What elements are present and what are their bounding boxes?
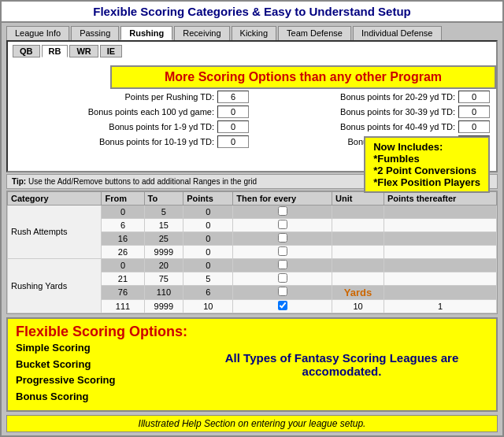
label-100yd: Bonus points each 100 yd game:	[14, 107, 214, 117]
input-100yd[interactable]	[217, 106, 249, 118]
pos-tab-qb[interactable]: QB	[13, 45, 40, 57]
then-6[interactable]	[233, 285, 332, 299]
category-rush-attempts: Rush Attempts	[8, 205, 102, 258]
tab-receiving[interactable]: Receiving	[174, 26, 229, 40]
pts-1: 0	[183, 218, 233, 231]
includes-item-0: *Fumbles	[373, 153, 480, 165]
to-1: 15	[144, 218, 183, 231]
input-30-39yd[interactable]	[458, 106, 490, 118]
form-row-2: Bonus points for 1-9 yd TD:	[14, 120, 249, 133]
promo-right: All Types of Fantasy Scoring Leagues are…	[195, 351, 488, 378]
thereafter-0	[384, 205, 496, 218]
form-row-0: Points per Rushing TD:	[14, 91, 249, 103]
thereafter-4	[384, 258, 496, 272]
then-5[interactable]	[233, 272, 332, 285]
tab-bar: League Info Passing Rushing Receiving Ki…	[2, 23, 502, 40]
pts-4: 0	[183, 258, 233, 272]
tab-passing[interactable]: Passing	[71, 26, 119, 40]
to-2: 25	[144, 231, 183, 245]
pos-tab-wr[interactable]: WR	[69, 45, 98, 57]
col-from: From	[102, 191, 144, 205]
thereafter-7: 1	[384, 299, 496, 313]
tip-text: Use the Add/Remove buttons to add additi…	[28, 177, 257, 186]
promo-item-3: Bonus Scoring	[16, 389, 187, 406]
from-4: 0	[102, 258, 144, 272]
then-2[interactable]	[233, 231, 332, 245]
footer-banner: Illustrated Help Section on entering you…	[6, 415, 498, 432]
form-row-3: Bonus points for 10-19 yd TD:	[14, 135, 249, 148]
to-7: 9999	[144, 299, 183, 313]
form-row-r2: Bonus points for 40-49 yd TD:	[255, 120, 490, 133]
main-container: Flexible Scoring Categories & Easy to Un…	[0, 0, 504, 437]
main-panel: QB RB WR IE More Scoring Options than an…	[6, 40, 498, 172]
then-0[interactable]	[233, 205, 332, 218]
grid-section: Category From To Points Then for every U…	[6, 191, 498, 314]
col-to: To	[144, 191, 183, 205]
from-5: 21	[102, 272, 144, 285]
label-10-19yd: Bonus points for 10-19 yd TD:	[14, 137, 214, 146]
from-0: 0	[102, 205, 144, 218]
tab-team-defense[interactable]: Team Defense	[278, 26, 351, 40]
table-row: Rush Attempts 0 5 0	[8, 205, 497, 218]
unit-7: 10	[332, 299, 384, 313]
col-category: Category	[8, 191, 102, 205]
includes-title: Now Includes:	[373, 141, 480, 153]
input-1-9yd[interactable]	[217, 120, 249, 133]
tab-rushing[interactable]: Rushing	[120, 26, 172, 40]
category-rushing-yards: Rushing Yards	[8, 258, 102, 313]
unit-1	[332, 218, 384, 231]
pos-tab-ie[interactable]: IE	[100, 45, 122, 57]
from-7: 111	[102, 299, 144, 313]
from-6: 76	[102, 285, 144, 299]
pts-3: 0	[183, 245, 233, 258]
includes-item-1: *2 Point Conversions	[373, 165, 480, 176]
col-thereafter: Points thereafter	[384, 191, 496, 205]
label-rushing-td: Points per Rushing TD:	[14, 92, 214, 102]
form-row-1: Bonus points each 100 yd game:	[14, 106, 249, 118]
input-20-29yd[interactable]	[458, 91, 490, 103]
promo-item-0: Simple Scoring	[16, 340, 187, 357]
thereafter-1	[384, 218, 496, 231]
to-3: 9999	[144, 245, 183, 258]
yards-label: Yards	[332, 285, 384, 299]
col-then-for: Then for every	[233, 191, 332, 205]
form-row-r0: Bonus points for 20-29 yd TD:	[255, 91, 490, 103]
promo-title: Flexible Scoring Options:	[16, 324, 187, 340]
tab-individual-defense[interactable]: Individual Defense	[353, 26, 442, 40]
input-10-19yd[interactable]	[217, 135, 249, 148]
then-7[interactable]	[233, 299, 332, 313]
tab-kicking[interactable]: Kicking	[232, 26, 276, 40]
then-1[interactable]	[233, 218, 332, 231]
position-tabs: QB RB WR IE	[8, 42, 496, 57]
then-3[interactable]	[233, 245, 332, 258]
thereafter-5	[384, 272, 496, 285]
pts-7: 10	[183, 299, 233, 313]
pos-tab-rb[interactable]: RB	[42, 45, 69, 57]
thereafter-2	[384, 231, 496, 245]
then-4[interactable]	[233, 258, 332, 272]
to-0: 5	[144, 205, 183, 218]
label-40-49yd: Bonus points for 40-49 yd TD:	[255, 122, 455, 131]
thereafter-6	[384, 285, 496, 299]
unit-5	[332, 272, 384, 285]
includes-item-2: *Flex Position Players	[373, 176, 480, 188]
input-40-49yd[interactable]	[458, 120, 490, 133]
unit-3	[332, 245, 384, 258]
unit-0	[332, 205, 384, 218]
label-30-39yd: Bonus points for 30-39 yd TD:	[255, 107, 455, 117]
pts-0: 0	[183, 205, 233, 218]
to-6: 110	[144, 285, 183, 299]
header-title: Flexible Scoring Categories & Easy to Un…	[93, 5, 410, 18]
from-1: 6	[102, 218, 144, 231]
promo-item-1: Bucket Scoring	[16, 357, 187, 373]
thereafter-3	[384, 245, 496, 258]
tip-label: Tip:	[12, 177, 26, 186]
pts-5: 5	[183, 272, 233, 285]
to-4: 20	[144, 258, 183, 272]
promo-left: Flexible Scoring Options: Simple Scoring…	[16, 324, 187, 406]
to-5: 75	[144, 272, 183, 285]
pts-2: 0	[183, 231, 233, 245]
tab-league-info[interactable]: League Info	[6, 26, 69, 40]
input-rushing-td[interactable]	[217, 91, 249, 103]
scoring-banner: More Scoring Options than any other Prog…	[110, 65, 496, 89]
